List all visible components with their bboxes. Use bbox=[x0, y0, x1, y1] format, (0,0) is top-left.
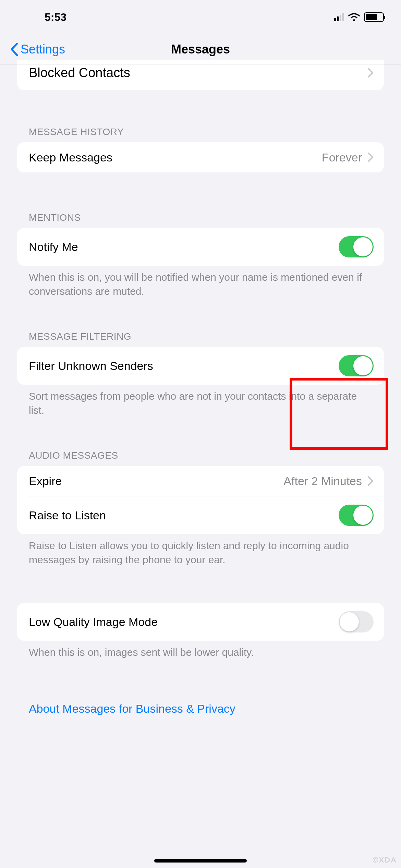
status-icons bbox=[334, 12, 384, 22]
section-header-history: MESSAGE HISTORY bbox=[17, 126, 384, 142]
filter-unknown-label: Filter Unknown Senders bbox=[29, 359, 339, 373]
chevron-right-icon bbox=[367, 68, 374, 78]
status-time: 5:53 bbox=[45, 11, 66, 24]
section-footer-audio: Raise to Listen allows you to quickly li… bbox=[17, 534, 384, 567]
status-bar: 5:53 bbox=[0, 0, 401, 34]
filter-unknown-toggle[interactable] bbox=[339, 355, 374, 376]
expire-label: Expire bbox=[29, 474, 283, 488]
section-header-filtering: MESSAGE FILTERING bbox=[17, 331, 384, 347]
keep-messages-label: Keep Messages bbox=[29, 151, 322, 164]
keep-messages-row[interactable]: Keep Messages Forever bbox=[17, 142, 384, 172]
chevron-left-icon bbox=[10, 43, 19, 56]
raise-to-listen-row: Raise to Listen bbox=[17, 496, 384, 534]
section-footer-mentions: When this is on, you will be notified wh… bbox=[17, 266, 384, 298]
cellular-signal-icon bbox=[334, 13, 344, 21]
section-header-audio: AUDIO MESSAGES bbox=[17, 450, 384, 466]
section-footer-low-quality: When this is on, images sent will be low… bbox=[17, 641, 384, 660]
blocked-contacts-label: Blocked Contacts bbox=[29, 65, 367, 80]
cell-group-audio: Expire After 2 Minutes Raise to Listen bbox=[17, 466, 384, 534]
about-messages-link[interactable]: About Messages for Business & Privacy bbox=[17, 692, 384, 725]
low-quality-label: Low Quality Image Mode bbox=[29, 615, 339, 629]
wifi-icon bbox=[348, 13, 360, 21]
cell-group-partial: Blocked Contacts bbox=[17, 60, 384, 90]
section-header-mentions: MENTIONS bbox=[17, 212, 384, 228]
cell-group-filtering: Filter Unknown Senders bbox=[17, 347, 384, 385]
notify-me-toggle[interactable] bbox=[339, 236, 374, 257]
low-quality-row: Low Quality Image Mode bbox=[17, 603, 384, 641]
section-footer-filtering: Sort messages from people who are not in… bbox=[17, 385, 384, 417]
back-button[interactable]: Settings bbox=[10, 42, 65, 57]
back-label: Settings bbox=[21, 42, 65, 57]
cell-group-history: Keep Messages Forever bbox=[17, 142, 384, 172]
cell-group-low-quality: Low Quality Image Mode bbox=[17, 603, 384, 641]
notify-me-row: Notify Me bbox=[17, 228, 384, 266]
keep-messages-value: Forever bbox=[322, 151, 362, 164]
chevron-right-icon bbox=[367, 152, 374, 162]
blocked-contacts-row[interactable]: Blocked Contacts bbox=[17, 60, 384, 90]
low-quality-toggle[interactable] bbox=[339, 611, 374, 632]
battery-icon bbox=[364, 12, 384, 22]
home-indicator[interactable] bbox=[154, 859, 247, 863]
watermark: ©XDA bbox=[373, 856, 397, 865]
filter-unknown-row: Filter Unknown Senders bbox=[17, 347, 384, 385]
raise-to-listen-toggle[interactable] bbox=[339, 505, 374, 526]
notify-me-label: Notify Me bbox=[29, 240, 339, 254]
nav-bar: Settings Messages bbox=[0, 34, 401, 64]
chevron-right-icon bbox=[367, 476, 374, 486]
cell-group-mentions: Notify Me bbox=[17, 228, 384, 266]
raise-to-listen-label: Raise to Listen bbox=[29, 509, 339, 522]
expire-value: After 2 Minutes bbox=[283, 474, 362, 488]
expire-row[interactable]: Expire After 2 Minutes bbox=[17, 466, 384, 496]
